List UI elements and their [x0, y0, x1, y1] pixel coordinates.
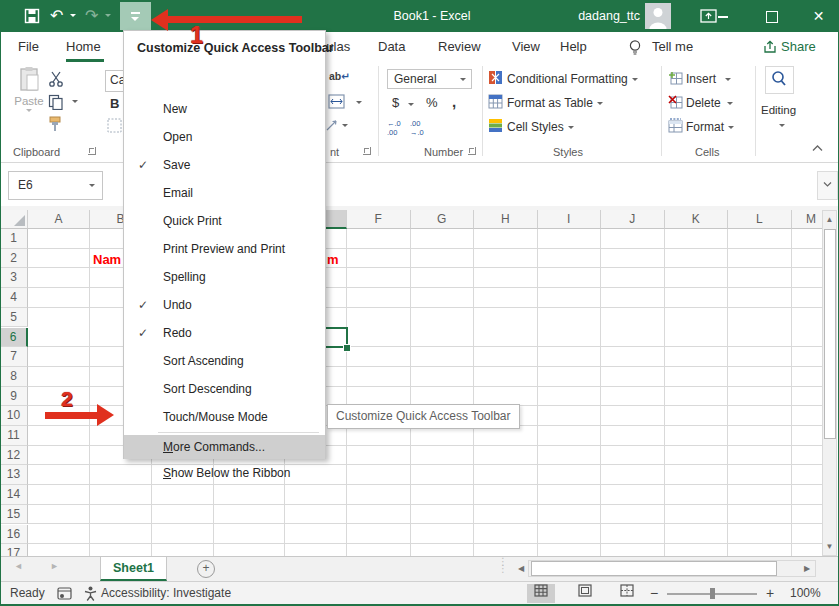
- copy-chevron-icon[interactable]: [72, 100, 78, 103]
- tab-home[interactable]: Home: [66, 32, 101, 62]
- insert-button[interactable]: Insert: [686, 72, 731, 86]
- merge-center-icon[interactable]: [328, 94, 345, 109]
- column-header-j[interactable]: J: [601, 210, 665, 229]
- menu-item-more-commands[interactable]: More Commands...: [124, 435, 325, 459]
- account-name[interactable]: dadang_ttc: [578, 0, 640, 32]
- hscroll-right-button[interactable]: ▶: [800, 560, 814, 577]
- wrap-text-icon[interactable]: ab↵: [329, 70, 350, 82]
- zoom-level[interactable]: 100%: [790, 582, 821, 604]
- view-page-layout-button[interactable]: [571, 584, 599, 603]
- accessibility-status[interactable]: Accessibility: Investigate: [101, 582, 231, 604]
- cut-icon[interactable]: [48, 71, 64, 87]
- row-header-9[interactable]: 9: [0, 387, 28, 407]
- view-page-break-button[interactable]: [613, 584, 641, 603]
- percent-button[interactable]: %: [426, 95, 438, 110]
- sheet-nav-left-icon[interactable]: ◄: [14, 561, 23, 571]
- select-all-button[interactable]: [0, 210, 28, 229]
- row-header-7[interactable]: 7: [0, 347, 28, 367]
- expand-formula-bar-button[interactable]: [817, 171, 838, 200]
- tab-view[interactable]: View: [512, 32, 540, 62]
- merge-chevron-icon[interactable]: [356, 101, 362, 104]
- row-header-3[interactable]: 3: [0, 268, 28, 288]
- horizontal-scrollbar-thumb[interactable]: [531, 561, 777, 576]
- column-header-i[interactable]: I: [538, 210, 602, 229]
- undo-icon[interactable]: ↶: [50, 0, 63, 32]
- zoom-slider-thumb[interactable]: [710, 588, 715, 599]
- zoom-in-button[interactable]: +: [766, 582, 774, 604]
- bold-button-fragment[interactable]: B: [110, 96, 119, 111]
- editing-group-button-label[interactable]: Editing: [761, 104, 796, 116]
- close-button[interactable]: ✕: [798, 0, 839, 32]
- maximize-button[interactable]: [750, 0, 794, 32]
- comma-button[interactable]: ,: [452, 93, 456, 110]
- currency-chevron-icon[interactable]: [408, 103, 414, 106]
- row-header-14[interactable]: 14: [0, 485, 28, 505]
- save-icon[interactable]: [24, 8, 40, 24]
- row-header-1[interactable]: 1: [0, 229, 28, 249]
- sheet-tab-sheet1[interactable]: Sheet1: [100, 557, 167, 581]
- menu-item-touch-mouse-mode[interactable]: Touch/Mouse Mode: [124, 403, 325, 431]
- row-header-13[interactable]: 13: [0, 465, 28, 485]
- delete-button[interactable]: Delete: [686, 96, 733, 110]
- menu-item-save[interactable]: ✓Save: [124, 151, 325, 179]
- orientation-icon-fragment[interactable]: [326, 118, 338, 132]
- tab-data[interactable]: Data: [378, 32, 405, 62]
- column-header-f[interactable]: F: [347, 210, 411, 229]
- row-header-6[interactable]: 6: [0, 328, 28, 348]
- tab-review[interactable]: Review: [438, 32, 481, 62]
- avatar[interactable]: [645, 3, 671, 29]
- number-format-combo[interactable]: General: [387, 69, 472, 89]
- format-painter-icon[interactable]: [48, 116, 64, 132]
- currency-button[interactable]: $: [392, 95, 399, 110]
- row-header-15[interactable]: 15: [0, 505, 28, 525]
- column-header-l[interactable]: L: [728, 210, 792, 229]
- increase-decimal-icon[interactable]: ←.0.00: [387, 119, 401, 137]
- borders-icon-fragment[interactable]: [107, 118, 122, 133]
- row-header-10[interactable]: 10: [0, 406, 28, 426]
- new-sheet-button[interactable]: +: [197, 560, 215, 578]
- view-normal-button[interactable]: [527, 584, 555, 603]
- column-header-k[interactable]: K: [665, 210, 729, 229]
- customize-quick-access-toolbar-button[interactable]: [120, 2, 151, 30]
- menu-item-new[interactable]: New: [124, 95, 325, 123]
- column-header-h[interactable]: H: [474, 210, 538, 229]
- macro-record-icon[interactable]: [57, 587, 72, 600]
- conditional-formatting-button[interactable]: Conditional Formatting: [507, 72, 638, 86]
- tellme-label[interactable]: Tell me: [652, 32, 693, 62]
- menu-item-open[interactable]: Open: [124, 123, 325, 151]
- menu-item-email[interactable]: Email: [124, 179, 325, 207]
- vertical-scrollbar-thumb[interactable]: [824, 229, 836, 439]
- column-header-g[interactable]: G: [411, 210, 475, 229]
- alignment-dialog-launcher[interactable]: [363, 147, 371, 155]
- format-as-table-button[interactable]: Format as Table: [507, 96, 603, 110]
- row-header-12[interactable]: 12: [0, 446, 28, 466]
- minimize-button[interactable]: [703, 0, 743, 32]
- menu-item-quick-print[interactable]: Quick Print: [124, 207, 325, 235]
- menu-item-sort-ascending[interactable]: Sort Ascending: [124, 347, 325, 375]
- row-header-8[interactable]: 8: [0, 367, 28, 387]
- share-button[interactable]: Share: [781, 32, 816, 62]
- menu-item-spelling[interactable]: Spelling: [124, 263, 325, 291]
- cell-styles-button[interactable]: Cell Styles: [507, 120, 574, 134]
- name-box[interactable]: E6: [8, 171, 103, 200]
- menu-item-show-below-the-ribbon[interactable]: Show Below the Ribbon: [124, 459, 325, 487]
- editing-chevron-icon[interactable]: [779, 124, 785, 127]
- row-header-2[interactable]: 2: [0, 249, 28, 269]
- number-dialog-launcher[interactable]: [468, 147, 476, 155]
- menu-item-undo[interactable]: ✓Undo: [124, 291, 325, 319]
- menu-item-redo[interactable]: ✓Redo: [124, 319, 325, 347]
- menu-item-sort-descending[interactable]: Sort Descending: [124, 375, 325, 403]
- scroll-up-button[interactable]: ▲: [823, 212, 836, 227]
- fill-handle[interactable]: [343, 344, 351, 352]
- hscroll-left-button[interactable]: ◀: [514, 560, 528, 577]
- orientation-chevron-icon[interactable]: [342, 124, 348, 127]
- tab-help[interactable]: Help: [560, 32, 587, 62]
- scroll-down-button[interactable]: ▼: [823, 539, 836, 554]
- collapse-ribbon-icon[interactable]: [812, 144, 823, 152]
- row-header-17[interactable]: 17: [0, 544, 28, 556]
- undo-chevron-icon[interactable]: [70, 14, 76, 17]
- row-header-4[interactable]: 4: [0, 288, 28, 308]
- row-header-5[interactable]: 5: [0, 308, 28, 328]
- column-header-a[interactable]: A: [28, 210, 90, 229]
- tab-splitter-dots[interactable]: ⋮⋮: [498, 558, 508, 572]
